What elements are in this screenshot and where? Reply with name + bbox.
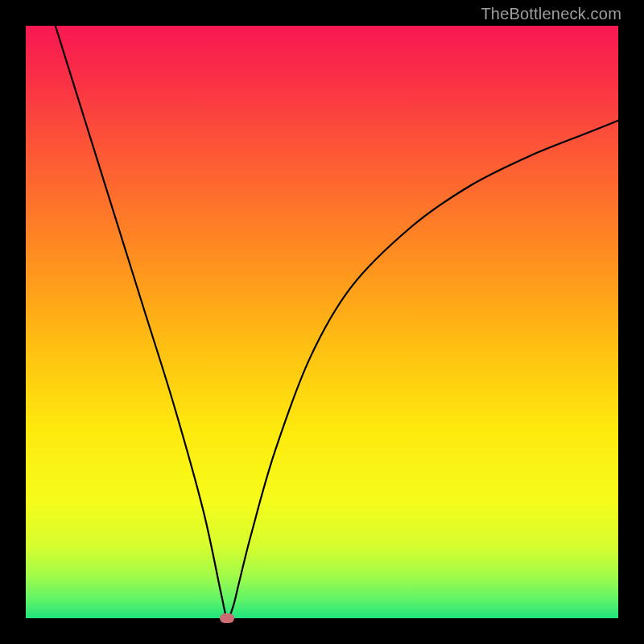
- chart-frame: TheBottleneck.com: [0, 0, 644, 644]
- plot-area: [26, 26, 618, 618]
- bottleneck-curve: [26, 26, 618, 618]
- watermark-text: TheBottleneck.com: [481, 5, 621, 23]
- optimum-marker: [220, 613, 234, 623]
